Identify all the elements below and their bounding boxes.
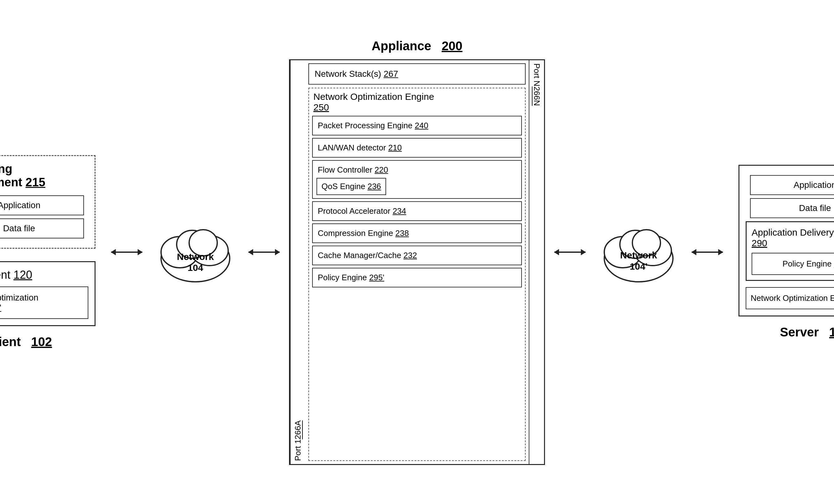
network-right-cloud: Network 104'	[595, 218, 682, 286]
computing-env-app-label: Application	[0, 200, 40, 210]
client-label: Client 102	[0, 335, 52, 349]
server-app-label: Application	[794, 180, 834, 190]
server-datafile-label: Data file	[799, 203, 831, 213]
flow-controller-title: Flow Controller 220	[313, 161, 521, 176]
engine-ppe: Packet Processing Engine 240	[312, 116, 522, 135]
server-noe-box: Network Optimization Engine 250''	[746, 287, 834, 309]
server-section: Application Data file Application Delive…	[732, 165, 834, 339]
server-outer-box: Application Data file Application Delive…	[739, 165, 834, 316]
engine-lanwan: LAN/WAN detector 210	[312, 138, 522, 158]
client-noe-box: Network OptimizationEngine 250'	[0, 286, 88, 319]
svg-text:Network: Network	[177, 251, 214, 262]
network-left-cloud: Network 104	[152, 218, 239, 286]
appliance-title: Appliance 200	[371, 39, 462, 53]
server-label: Server 106	[780, 325, 834, 339]
svg-text:Network: Network	[620, 250, 657, 260]
appliance-inner: Network Stack(s) 267 Network Optimizatio…	[305, 60, 529, 464]
right-cloud-left-arrow	[248, 251, 280, 253]
server-app-box: Application	[750, 175, 834, 195]
noe-title: Network Optimization Engine250	[312, 91, 522, 113]
computing-env-box: ComputingEnvironment 215 Application Dat…	[0, 155, 95, 249]
app-delivery-box: Application Delivery System 290 Policy E…	[746, 221, 834, 281]
app-delivery-title: Application Delivery System 290	[752, 227, 834, 248]
network-stack-box: Network Stack(s) 267	[308, 63, 526, 85]
appliance-section: Appliance 200 Port 1 266A Network Stack(…	[289, 39, 545, 465]
server-datafile-box: Data file	[750, 198, 834, 218]
engine-compression: Compression Engine 238	[312, 223, 522, 243]
computing-env-title: ComputingEnvironment 215	[0, 162, 88, 189]
computing-env-datafile-label: Data file	[3, 223, 35, 233]
left-arrow-connector	[111, 251, 142, 253]
computing-env-datafile-box: Data file	[0, 218, 84, 238]
svg-text:104': 104'	[630, 261, 648, 271]
engine-cache: Cache Manager/Cache 232	[312, 246, 522, 265]
appliance-right-arrow	[554, 251, 586, 253]
engine-protocol-acc: Protocol Accelerator 234	[312, 201, 522, 221]
diagram-container: ComputingEnvironment 215 Application Dat…	[0, 0, 834, 504]
svg-text:104: 104	[188, 262, 203, 273]
appliance-outer-box: Port 1 266A Network Stack(s) 267 Network…	[289, 59, 545, 465]
client-section: ComputingEnvironment 215 Application Dat…	[0, 155, 102, 349]
network-left-cloud-svg: Network 104	[155, 218, 236, 286]
server-policy-engine-box: Policy Engine 295	[752, 253, 834, 275]
right-network-server-arrow	[692, 251, 723, 253]
flow-controller-group: Flow Controller 220 QoS Engine 236	[312, 160, 522, 199]
qos-engine-box: QoS Engine 236	[316, 178, 386, 195]
computing-env-app-box: Application	[0, 195, 84, 215]
port1-label: Port 1 266A	[290, 60, 305, 464]
noe-outer-box: Network Optimization Engine250 Packet Pr…	[308, 88, 526, 461]
network-right-cloud-svg: Network 104'	[598, 218, 679, 286]
client-agent-box: Client Agent 120 Network OptimizationEng…	[0, 261, 95, 326]
client-agent-title: Client Agent 120	[0, 268, 88, 282]
engine-policy: Policy Engine 295'	[312, 268, 522, 287]
portN-label: Port N 266N	[529, 60, 544, 464]
